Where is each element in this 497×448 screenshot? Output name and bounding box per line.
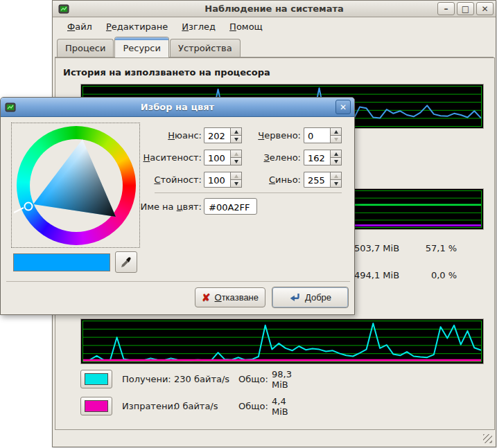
value-label: Стойност: — [98, 174, 202, 185]
blue-label: Синьо: — [197, 174, 301, 185]
current-color-swatch — [13, 253, 110, 271]
swap-usage-row: 494,1 MiB 0,0 % — [354, 270, 486, 280]
maximize-icon[interactable]: □ — [457, 2, 474, 15]
received-color-button[interactable] — [80, 370, 112, 388]
action-separator — [6, 281, 350, 282]
main-window-title: Наблюдение на системата — [53, 3, 496, 14]
sent-color-swatch — [85, 400, 108, 412]
sent-color-button[interactable] — [80, 397, 112, 415]
saturation-label: Наситеност: — [98, 152, 202, 163]
hue-marker-tick — [14, 208, 24, 213]
tab-devices[interactable]: Устройства — [170, 39, 241, 57]
cancel-button[interactable]: ✘ Отказване — [195, 287, 265, 307]
red-label: Червено: — [197, 130, 301, 141]
menu-view[interactable]: Изглед — [175, 19, 222, 35]
color-wheel[interactable] — [11, 123, 140, 248]
green-spin-down[interactable] — [330, 158, 342, 165]
red-spin-up[interactable] — [330, 127, 342, 136]
desktop: Наблюдение на системата – □ ✕ Файл Редак… — [0, 0, 497, 448]
ok-button[interactable]: Добре — [272, 287, 349, 308]
swap-used-percent: 0,0 % — [414, 270, 457, 280]
received-total: 98,3 MiB — [272, 369, 292, 390]
cancel-button-label: Отказване — [215, 292, 259, 303]
green-input[interactable] — [304, 150, 330, 165]
ok-enter-icon — [289, 292, 301, 303]
system-monitor-icon — [58, 3, 69, 15]
received-color-swatch — [85, 373, 108, 385]
statusbar — [53, 430, 496, 447]
menubar: Файл Редактиране Изглед Помощ — [53, 17, 496, 36]
sent-total-label: Общо: — [238, 401, 268, 411]
eyedropper-button[interactable] — [115, 251, 137, 273]
dialog-close-icon[interactable]: ✕ — [335, 100, 351, 114]
color-name-label: Име на цвят: — [98, 201, 202, 212]
hsv-rgb-separator — [155, 192, 342, 193]
menu-edit[interactable]: Редактиране — [100, 19, 174, 35]
main-titlebar[interactable]: Наблюдение на системата – □ ✕ — [53, 1, 496, 17]
hue-marker[interactable] — [25, 203, 33, 210]
cpu-history-title: История на използването на процесора — [63, 67, 270, 78]
red-spin-down[interactable] — [330, 136, 342, 143]
color-name-input[interactable] — [204, 198, 257, 215]
green-spin-up[interactable] — [330, 150, 342, 158]
ok-button-label: Добре — [305, 292, 331, 303]
dialog-title: Избор на цвят — [1, 102, 354, 112]
resize-grip-icon[interactable] — [483, 434, 492, 443]
red-spinner — [304, 127, 342, 143]
blue-spin-down[interactable] — [330, 180, 342, 188]
dialog-titlebar[interactable]: Избор на цвят ✕ — [1, 98, 354, 117]
tabstrip: Процеси Ресурси Устройства — [53, 36, 496, 57]
cancel-x-icon: ✘ — [202, 292, 211, 303]
green-spinner — [304, 150, 342, 165]
memory-used-value: 503,7 MiB — [354, 243, 411, 253]
system-monitor-icon — [5, 102, 16, 113]
menu-file[interactable]: Файл — [61, 19, 98, 35]
menu-help[interactable]: Помощ — [223, 19, 269, 35]
swap-used-value: 494,1 MiB — [354, 270, 411, 280]
network-history-chart — [80, 319, 484, 364]
red-input[interactable] — [304, 127, 330, 143]
close-icon[interactable]: ✕ — [476, 2, 494, 15]
minimize-icon[interactable]: – — [437, 2, 455, 15]
memory-usage-row: 503,7 MiB 57,1 % — [354, 243, 486, 253]
sent-total: 4,4 MiB — [272, 396, 288, 417]
network-sent-row: Изпратени: 0 байта/s Общо: 4,4 MiB — [80, 397, 112, 415]
blue-input[interactable] — [304, 172, 330, 188]
tab-resources[interactable]: Ресурси — [114, 37, 169, 57]
network-received-row: Получени: 230 байта/s Общо: 98,3 MiB — [80, 370, 112, 388]
memory-used-percent: 57,1 % — [414, 243, 457, 253]
tab-processes[interactable]: Процеси — [57, 39, 114, 57]
saturation-value-triangle[interactable] — [12, 123, 141, 249]
blue-spin-up[interactable] — [330, 172, 342, 180]
green-label: Зелено: — [197, 152, 301, 163]
hue-label: Нюанс: — [98, 130, 202, 141]
eyedropper-icon — [121, 257, 132, 268]
blue-spinner — [304, 172, 342, 188]
received-total-label: Общо: — [238, 374, 268, 384]
color-picker-dialog: Избор на цвят ✕ — [0, 97, 355, 315]
